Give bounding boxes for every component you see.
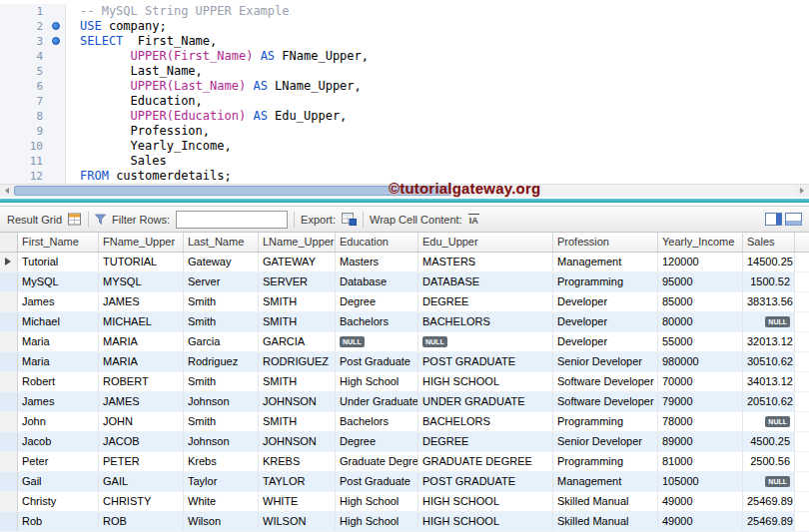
table-cell[interactable]: Graduate Degree <box>336 452 418 471</box>
table-cell[interactable]: Degree <box>336 292 418 311</box>
table-row[interactable]: JacobJACOBJohnsonJOHNSONDegreeDEGREESeni… <box>0 432 809 452</box>
column-header-edu_upper[interactable]: Edu_Upper <box>418 233 553 252</box>
table-cell[interactable]: Johnson <box>184 392 259 411</box>
table-cell[interactable]: Peter <box>18 452 99 471</box>
column-header-education[interactable]: Education <box>336 233 418 252</box>
table-cell[interactable]: Software Developer <box>553 372 658 391</box>
row-selector-cell[interactable] <box>0 472 18 491</box>
table-cell[interactable]: Smith <box>184 372 259 391</box>
table-cell[interactable]: Tutorial <box>18 253 99 271</box>
row-selector-cell[interactable] <box>0 392 18 411</box>
code-line[interactable]: 4 UPPER(First_Name) AS FName_Upper, <box>0 49 809 64</box>
table-row[interactable]: MariaMARIARodriguezRODRIGUEZPost Graduat… <box>0 352 809 372</box>
table-row[interactable]: MySQLMYSQLServerSERVERDatabaseDATABASEPr… <box>0 272 809 292</box>
row-selector-cell[interactable] <box>0 512 18 531</box>
table-cell[interactable]: 120000 <box>658 253 743 271</box>
table-cell[interactable]: Management <box>553 472 658 491</box>
table-cell[interactable]: Garcia <box>184 332 259 351</box>
table-row[interactable]: TutorialTUTORIALGatewayGATEWAYMastersMAS… <box>0 253 809 272</box>
table-cell[interactable]: 78000 <box>658 412 743 431</box>
column-header-first_name[interactable]: First_Name <box>18 233 99 252</box>
table-cell[interactable]: Database <box>336 272 418 291</box>
table-cell[interactable]: Software Developer <box>553 392 658 411</box>
table-cell[interactable]: WILSON <box>259 512 336 531</box>
table-cell[interactable]: TUTORIAL <box>99 253 184 271</box>
table-cell[interactable]: NULL <box>743 412 795 431</box>
table-cell[interactable]: ROBERT <box>99 372 184 391</box>
table-cell[interactable]: Johnson <box>184 432 259 451</box>
table-cell[interactable]: 38313.56 <box>743 292 795 311</box>
table-cell[interactable]: 34013.12 <box>743 372 795 391</box>
table-cell[interactable]: NULL <box>336 332 418 351</box>
table-cell[interactable]: 89000 <box>658 432 743 451</box>
table-cell[interactable]: GAIL <box>99 472 184 491</box>
table-cell[interactable]: 81000 <box>658 452 743 471</box>
table-cell[interactable]: ROB <box>99 512 184 531</box>
table-cell[interactable]: RODRIGUEZ <box>259 352 336 371</box>
table-cell[interactable]: MARIA <box>99 352 184 371</box>
table-cell[interactable]: Bachelors <box>336 412 418 431</box>
code-line[interactable]: 6 UPPER(Last_Name) AS LName_Upper, <box>0 79 809 94</box>
table-cell[interactable]: 14500.25 <box>743 253 795 271</box>
table-cell[interactable]: White <box>184 492 259 511</box>
column-header-yearly_income[interactable]: Yearly_Income <box>658 233 743 252</box>
row-selector-header[interactable] <box>0 233 18 252</box>
table-cell[interactable]: WHITE <box>259 492 336 511</box>
row-selector-cell[interactable] <box>0 352 18 371</box>
table-cell[interactable]: MySQL <box>18 272 99 291</box>
table-cell[interactable]: Programming <box>553 452 658 471</box>
table-cell[interactable]: 4500.25 <box>743 432 795 451</box>
table-cell[interactable]: MASTERS <box>418 253 553 271</box>
table-cell[interactable]: BACHELORS <box>418 312 553 331</box>
table-cell[interactable]: Skilled Manual <box>553 512 658 531</box>
table-cell[interactable]: Developer <box>553 312 658 331</box>
table-cell[interactable]: 105000 <box>658 472 743 491</box>
table-cell[interactable]: Maria <box>18 332 99 351</box>
row-selector-cell[interactable] <box>0 432 18 451</box>
table-cell[interactable]: Taylor <box>184 472 259 491</box>
table-cell[interactable]: James <box>18 292 99 311</box>
table-cell[interactable]: UNDER GRADUATE <box>418 392 553 411</box>
table-cell[interactable]: JOHN <box>99 412 184 431</box>
table-cell[interactable]: JAMES <box>99 392 184 411</box>
table-row[interactable]: JamesJAMESJohnsonJOHNSONUnder GraduateUN… <box>0 392 809 412</box>
row-selector-cell[interactable] <box>0 332 18 351</box>
table-cell[interactable]: 70000 <box>658 372 743 391</box>
table-cell[interactable]: BACHELORS <box>418 412 553 431</box>
table-cell[interactable]: MARIA <box>99 332 184 351</box>
table-cell[interactable]: JOHNSON <box>259 392 336 411</box>
table-cell[interactable]: Rob <box>18 512 99 531</box>
table-cell[interactable]: 49000 <box>658 492 743 511</box>
column-header-sales[interactable]: Sales <box>743 233 795 252</box>
table-cell[interactable]: Robert <box>18 372 99 391</box>
table-cell[interactable]: DATABASE <box>418 272 553 291</box>
table-cell[interactable]: Under Graduate <box>336 392 418 411</box>
table-cell[interactable]: Senior Developer <box>553 432 658 451</box>
table-cell[interactable]: NULL <box>418 332 553 351</box>
table-cell[interactable]: 980000 <box>658 352 743 371</box>
column-header-lname_upper[interactable]: LName_Upper <box>259 233 336 252</box>
code-line[interactable]: 7 Education, <box>0 94 809 109</box>
table-cell[interactable]: NULL <box>743 312 795 331</box>
table-row[interactable]: MariaMARIAGarciaGARCIANULLNULLDeveloper5… <box>0 332 809 352</box>
table-cell[interactable]: JACOB <box>99 432 184 451</box>
table-cell[interactable]: DEGREE <box>418 292 553 311</box>
table-cell[interactable]: James <box>18 392 99 411</box>
table-cell[interactable]: GRADUATE DEGREE <box>418 452 553 471</box>
table-row[interactable]: RobertROBERTSmithSMITHHigh SchoolHIGH SC… <box>0 372 809 392</box>
column-header-fname_upper[interactable]: FName_Upper <box>99 233 184 252</box>
table-cell[interactable]: Developer <box>553 292 658 311</box>
table-cell[interactable]: GATEWAY <box>259 253 336 271</box>
table-cell[interactable]: Management <box>553 253 658 271</box>
code-line[interactable]: 10 Yearly_Income, <box>0 139 809 154</box>
export-recordset-icon[interactable] <box>342 213 357 226</box>
code-line[interactable]: 1-- MySQL String UPPER Example <box>0 4 809 19</box>
table-cell[interactable]: Server <box>184 272 259 291</box>
table-cell[interactable]: 25469.89 <box>743 512 795 531</box>
row-selector-cell[interactable] <box>0 452 18 471</box>
table-cell[interactable]: High School <box>336 512 418 531</box>
table-cell[interactable]: POST GRADUATE <box>418 352 553 371</box>
table-cell[interactable]: Smith <box>184 412 259 431</box>
table-cell[interactable]: 20510.62 <box>743 392 795 411</box>
table-row[interactable]: ChristyCHRISTYWhiteWHITEHigh SchoolHIGH … <box>0 492 809 512</box>
